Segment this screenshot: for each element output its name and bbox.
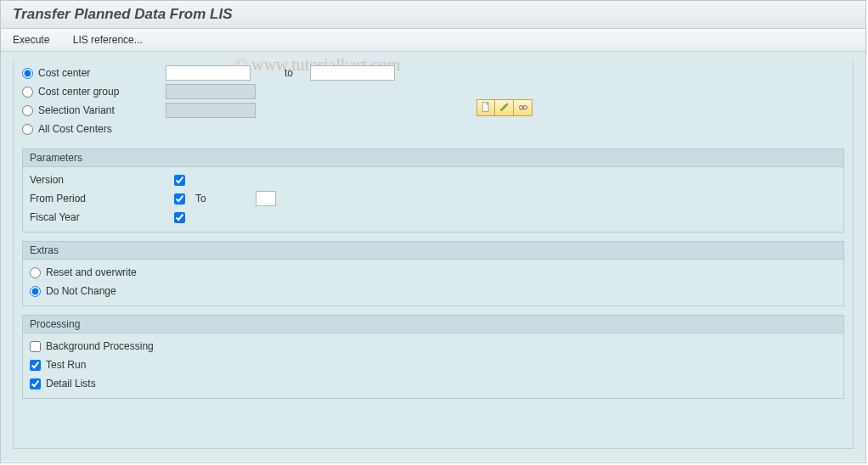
- version-checkbox[interactable]: [174, 175, 185, 186]
- reset-overwrite-label: Reset and overwrite: [46, 266, 137, 278]
- reset-overwrite-radio[interactable]: [30, 267, 41, 278]
- from-period-checkbox[interactable]: [174, 193, 185, 204]
- background-processing-label: Background Processing: [46, 340, 154, 352]
- to-period-input[interactable]: [256, 191, 276, 206]
- execute-button[interactable]: Execute: [13, 34, 49, 46]
- test-run-checkbox[interactable]: [30, 360, 41, 371]
- processing-title: Processing: [23, 316, 843, 333]
- test-run-label: Test Run: [46, 359, 86, 371]
- svg-point-4: [523, 105, 527, 109]
- content-area: © www.tutorialkart.com Cost center to Co…: [1, 52, 865, 461]
- fiscal-year-label: Fiscal Year: [30, 211, 174, 223]
- cost-center-to-input[interactable]: [310, 65, 395, 81]
- pencil-icon: [499, 102, 510, 115]
- svg-marker-1: [500, 104, 507, 110]
- cost-center-group-input: [166, 84, 256, 99]
- cost-center-group-radio[interactable]: [22, 87, 33, 98]
- do-not-change-label: Do Not Change: [46, 285, 116, 297]
- processing-group: Processing Background Processing Test Ru…: [22, 315, 844, 399]
- app-frame: Transfer Planned Data From LIS Execute L…: [0, 0, 866, 463]
- parameters-title: Parameters: [23, 149, 843, 167]
- glasses-icon: [518, 102, 528, 115]
- document-icon: [481, 102, 491, 115]
- detail-lists-label: Detail Lists: [46, 378, 96, 389]
- cost-center-label: Cost center: [38, 67, 166, 79]
- variant-button[interactable]: [514, 99, 533, 116]
- parameters-group: Parameters Version From Period To Fiscal…: [22, 148, 844, 232]
- all-cost-centers-label: All Cost Centers: [38, 123, 166, 135]
- edit-button[interactable]: [495, 99, 514, 116]
- cost-center-group-label: Cost center group: [38, 86, 166, 98]
- to-label: to: [285, 67, 293, 79]
- background-processing-checkbox[interactable]: [30, 341, 41, 352]
- all-cost-centers-radio[interactable]: [22, 124, 33, 135]
- icon-button-group: [476, 99, 533, 116]
- svg-point-3: [519, 105, 523, 109]
- extras-group: Extras Reset and overwrite Do Not Change: [22, 241, 844, 306]
- toolbar: Execute LIS reference...: [1, 29, 865, 52]
- cost-center-radio[interactable]: [22, 68, 33, 79]
- fiscal-year-checkbox[interactable]: [174, 212, 185, 223]
- cost-center-from-input[interactable]: [166, 65, 251, 81]
- version-label: Version: [30, 174, 174, 186]
- page-title: Transfer Planned Data From LIS: [1, 1, 865, 29]
- selection-variant-input: [166, 103, 256, 118]
- content-inner: Cost center to Cost center group Selecti…: [13, 60, 854, 449]
- extras-title: Extras: [23, 242, 843, 260]
- selection-block: Cost center to Cost center group Selecti…: [14, 60, 853, 145]
- create-button[interactable]: [476, 99, 495, 116]
- lis-reference-button[interactable]: LIS reference...: [73, 34, 143, 46]
- to-period-label: To: [195, 193, 206, 204]
- do-not-change-radio[interactable]: [30, 286, 41, 297]
- selection-variant-label: Selection Variant: [38, 104, 166, 116]
- from-period-label: From Period: [30, 193, 174, 204]
- detail-lists-checkbox[interactable]: [30, 378, 41, 389]
- selection-variant-radio[interactable]: [22, 105, 33, 116]
